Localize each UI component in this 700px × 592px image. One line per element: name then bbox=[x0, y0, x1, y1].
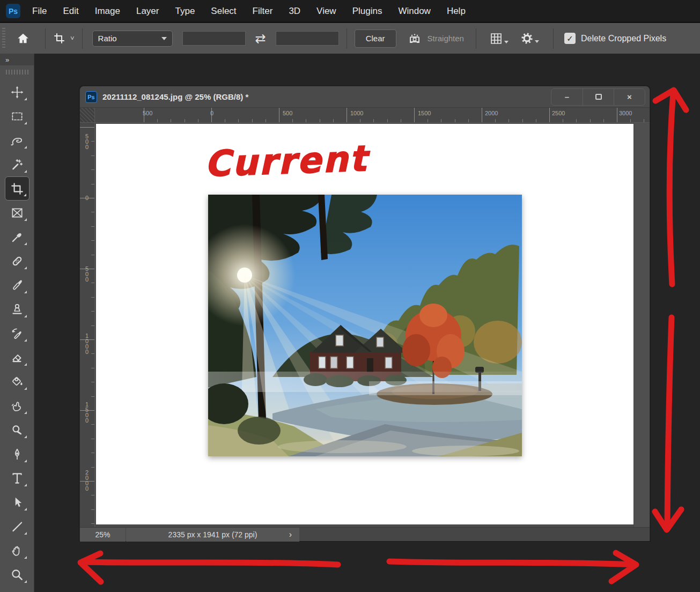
tool-hand[interactable] bbox=[5, 538, 30, 563]
menu-file[interactable]: File bbox=[32, 6, 47, 17]
ruler-mark: 1000 bbox=[350, 110, 363, 116]
red-arrow-right-head bbox=[611, 553, 636, 581]
document-ps-icon: Ps bbox=[85, 91, 97, 103]
tool-eyedropper[interactable] bbox=[5, 225, 30, 249]
crop-ratio-dropdown[interactable]: Ratio bbox=[92, 31, 173, 47]
tool-paint-bucket[interactable] bbox=[5, 369, 30, 394]
tool-history-brush[interactable] bbox=[5, 321, 30, 345]
menu-help[interactable]: Help bbox=[447, 6, 466, 17]
separator bbox=[476, 28, 476, 49]
options-grip bbox=[2, 28, 5, 49]
chevron-down-icon bbox=[504, 41, 509, 43]
delete-cropped-pixels-control[interactable]: ✓ Delete Cropped Pixels bbox=[564, 33, 666, 44]
chevron-down-icon bbox=[161, 37, 167, 40]
menu-plugins[interactable]: Plugins bbox=[352, 6, 382, 17]
tool-path-selection[interactable] bbox=[5, 490, 30, 514]
red-arrow-left bbox=[83, 562, 338, 565]
menu-filter[interactable]: Filter bbox=[253, 6, 273, 17]
brush-icon bbox=[10, 278, 24, 292]
marquee-icon bbox=[10, 109, 24, 123]
ruler-origin-corner[interactable] bbox=[80, 108, 95, 123]
tool-type[interactable] bbox=[5, 466, 30, 490]
document-window: Ps 20211112_081245.jpg @ 25% (RGB/8) * –… bbox=[79, 86, 650, 541]
crop-tool-preset[interactable]: ˅ bbox=[53, 32, 75, 45]
menu-edit[interactable]: Edit bbox=[63, 6, 78, 17]
maximize-button[interactable] bbox=[583, 89, 614, 105]
delete-cropped-pixels-label: Delete Cropped Pixels bbox=[581, 34, 666, 43]
vertical-scrollbar[interactable] bbox=[633, 123, 650, 527]
home-icon[interactable] bbox=[16, 32, 30, 46]
document-info[interactable]: 2335 px x 1941 px (72 ppi) › bbox=[126, 528, 299, 542]
move-icon bbox=[10, 85, 24, 99]
crop-width-input[interactable] bbox=[182, 31, 246, 46]
checkbox-checked-icon[interactable]: ✓ bbox=[564, 33, 576, 44]
eyedropper-icon bbox=[10, 230, 24, 244]
zoom-level-field[interactable]: 25% bbox=[80, 528, 126, 542]
separator bbox=[347, 28, 347, 49]
dodge-icon bbox=[10, 423, 24, 437]
crop-overlay-options-button[interactable] bbox=[489, 32, 509, 46]
photoshop-app: Ps File Edit Image Layer Type Select Fil… bbox=[0, 0, 700, 592]
bandaid-icon bbox=[10, 254, 24, 268]
tool-move[interactable] bbox=[5, 80, 30, 104]
tool-dodge[interactable] bbox=[5, 418, 30, 442]
tool-pen[interactable] bbox=[5, 442, 30, 466]
tool-magic-wand[interactable] bbox=[5, 152, 30, 176]
type-icon bbox=[10, 471, 24, 485]
ruler-mark: 0 bbox=[84, 195, 90, 201]
ruler-mark: 2500 bbox=[552, 110, 565, 116]
ratio-label: Ratio bbox=[98, 34, 117, 43]
eraser-icon bbox=[10, 351, 24, 365]
menu-3d[interactable]: 3D bbox=[289, 6, 300, 17]
menu-image[interactable]: Image bbox=[95, 6, 120, 17]
tool-frame[interactable] bbox=[5, 201, 30, 225]
separator bbox=[553, 28, 554, 49]
clear-button[interactable]: Clear bbox=[355, 29, 396, 48]
history-brush-icon bbox=[10, 327, 24, 341]
menu-type[interactable]: Type bbox=[175, 6, 195, 17]
horizontal-ruler[interactable]: 500 0 500 1000 1500 2000 2500 3000 bbox=[95, 108, 650, 123]
status-chevron-icon[interactable]: › bbox=[289, 530, 292, 539]
photoshop-logo-icon[interactable]: Ps bbox=[6, 4, 20, 18]
tool-lasso[interactable] bbox=[5, 128, 30, 152]
tool-brush[interactable] bbox=[5, 273, 30, 297]
magnifier-icon bbox=[10, 568, 24, 582]
tool-zoom[interactable] bbox=[5, 563, 30, 587]
tool-smudge[interactable] bbox=[5, 394, 30, 418]
tool-crop[interactable] bbox=[5, 176, 30, 201]
ruler-mark: 500 bbox=[143, 110, 152, 116]
canvas-area[interactable]: Current bbox=[95, 123, 650, 527]
red-arrow-up-head bbox=[655, 90, 686, 110]
menu-view[interactable]: View bbox=[316, 6, 336, 17]
document-title: 20211112_081245.jpg @ 25% (RGB/8) * bbox=[102, 92, 248, 101]
close-button[interactable]: × bbox=[614, 89, 645, 105]
straighten-icon bbox=[407, 31, 422, 46]
crop-settings-button[interactable] bbox=[520, 32, 539, 45]
straighten-control[interactable]: Straighten bbox=[407, 31, 464, 46]
crop-icon bbox=[10, 182, 24, 196]
ruler-mark: 1500 bbox=[418, 110, 431, 116]
menu-select[interactable]: Select bbox=[211, 6, 236, 17]
separator bbox=[45, 28, 46, 49]
menu-layer[interactable]: Layer bbox=[136, 6, 159, 17]
minimize-button[interactable]: – bbox=[551, 89, 583, 105]
gear-icon bbox=[520, 32, 534, 45]
current-annotation: Current bbox=[201, 131, 384, 187]
document-titlebar[interactable]: Ps 20211112_081245.jpg @ 25% (RGB/8) * –… bbox=[80, 86, 650, 108]
tool-clone-stamp[interactable] bbox=[5, 297, 30, 321]
vertical-ruler[interactable]: 500 0 500 1000 1500 2000 bbox=[80, 123, 95, 527]
red-arrow-down-head bbox=[655, 509, 681, 530]
toolbar-expand-button[interactable]: » bbox=[0, 54, 34, 65]
chevron-down-icon: ˅ bbox=[70, 34, 75, 42]
window-controls: – × bbox=[551, 88, 645, 106]
photo-image[interactable] bbox=[208, 195, 522, 456]
crop-height-input[interactable] bbox=[276, 31, 339, 46]
swap-dimensions-icon[interactable]: ⇄ bbox=[255, 32, 266, 45]
tool-eraser[interactable] bbox=[5, 345, 30, 369]
tool-rectangular-marquee[interactable] bbox=[5, 104, 30, 128]
tool-spot-healing-brush[interactable] bbox=[5, 249, 30, 273]
tool-line[interactable] bbox=[5, 514, 30, 538]
frame-icon bbox=[10, 206, 24, 220]
canvas[interactable]: Current bbox=[96, 124, 633, 524]
menu-window[interactable]: Window bbox=[398, 6, 430, 17]
